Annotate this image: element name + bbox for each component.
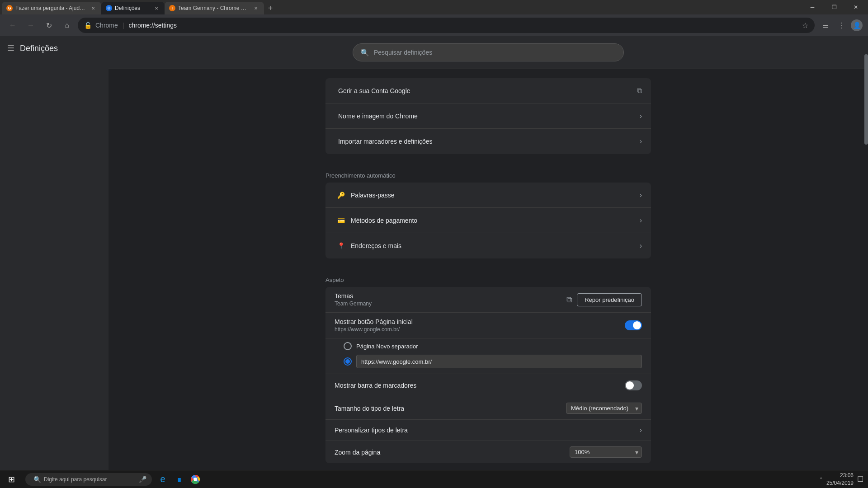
passwords-item[interactable]: 🔑 Palavras-passe › [326,183,651,208]
payment-arrow: › [640,216,642,225]
custom-url-radio-row[interactable] [344,355,642,368]
aspeto-card: Temas Team Germany ⧉ Repor predefinição [326,287,651,463]
address-bar[interactable]: 🔓 Chrome | chrome://settings ☆ [78,18,815,33]
taskbar-chrome-icon[interactable] [188,472,203,487]
tab-2-favicon: ⚙ [106,5,112,11]
homepage-toggle-label: Mostrar botão Página inicial [335,318,625,325]
microphone-icon[interactable]: 🎤 [139,476,146,483]
font-size-row[interactable]: Tamanho do tipo de letra Muito pequeno P… [326,397,651,420]
clock-date: 25/04/2019 [826,479,854,487]
font-size-select[interactable]: Muito pequeno Pequeno Médio (recomendado… [566,403,642,414]
payment-item[interactable]: 💳 Métodos de pagamento › [326,208,651,233]
custom-url-radio-circle[interactable] [344,357,352,366]
minimize-button[interactable]: ─ [802,0,823,14]
homepage-toggle-knob [633,321,641,329]
reset-theme-button[interactable]: Repor predefinição [577,293,642,306]
reload-button[interactable]: ↻ [42,18,56,33]
temas-external-icon[interactable]: ⧉ [566,295,572,305]
google-account-item[interactable]: Gerir a sua Conta Google ⧉ [326,78,651,103]
forward-button[interactable]: → [24,18,38,33]
addresses-label: Endereços e mais [351,242,640,249]
location-icon: 📍 [335,239,347,252]
import-item[interactable]: Importar marcadores e definições › [326,129,651,154]
homepage-toggle-info: Mostrar botão Página inicial https://www… [335,318,625,333]
notification-icon[interactable]: ☐ [857,475,863,483]
homepage-toggle-row: Mostrar botão Página inicial https://www… [326,313,651,338]
tab-3[interactable]: T Team Germany - Chrome Web S... ✕ [165,2,264,14]
start-button[interactable]: ⊞ [0,470,23,488]
restore-button[interactable]: ❐ [824,0,844,14]
taskbar-ie-icon[interactable]: e [156,472,170,487]
page-zoom-select-wrap: 75% 90% 100% 110% 125% 150% 175% 200% [570,446,642,458]
addresses-item[interactable]: 📍 Endereços e mais › [326,233,651,258]
chrome-name-image-arrow: › [640,112,642,120]
nav-right-icons: ⚌ ⋮ 👤 [818,18,863,33]
menu-button[interactable]: ⋮ [835,18,849,33]
homepage-radio-options: Página Novo separador [326,338,651,374]
tab-1-title: Fazer uma pergunta - Ajuda do [15,5,87,11]
nav-bar: ← → ↻ ⌂ 🔓 Chrome | chrome://settings ☆ ⚌… [0,14,868,36]
settings-page-title: Definições [20,44,58,53]
close-button[interactable]: ✕ [845,0,866,14]
chrome-name-image-item[interactable]: Nome e imagem do Chrome › [326,103,651,129]
search-bar[interactable]: 🔍 [353,43,624,61]
tab-2-close[interactable]: ✕ [153,5,160,12]
taskbar-search-text: Digite aqui para pesquisar [44,476,107,483]
menu-icon[interactable]: ☰ [7,43,14,53]
tab-1[interactable]: G Fazer uma pergunta - Ajuda do ✕ [2,2,101,14]
tab-1-close[interactable]: ✕ [90,5,97,12]
chrome-label: Chrome [95,22,118,29]
custom-fonts-arrow: › [640,426,642,434]
temas-info: Temas Team Germany [335,292,566,307]
tab-3-title: Team Germany - Chrome Web S... [178,5,250,11]
new-tab-button[interactable]: + [264,2,277,14]
addresses-arrow: › [640,242,642,250]
homepage-toggle-switch[interactable] [625,320,642,330]
extensions-button[interactable]: ⚌ [818,18,833,33]
custom-fonts-row[interactable]: Personalizar tipos de letra › [326,420,651,441]
taskbar-tray: ⌃ 23:06 25/04/2019 ☐ [819,472,868,487]
title-bar: G Fazer uma pergunta - Ajuda do ✕ ⚙ Defi… [0,0,868,14]
preenchimento-card: 🔑 Palavras-passe › 💳 Métodos de pagament… [326,183,651,258]
passwords-label: Palavras-passe [351,192,640,199]
new-tab-radio-row[interactable]: Página Novo separador [344,342,642,350]
homepage-toggle-sublabel: https://www.google.com.br/ [335,326,625,333]
scrollbar-track[interactable] [864,36,868,443]
tab-2[interactable]: ⚙ Definições ✕ [101,2,165,14]
search-icon: 🔍 [360,48,369,57]
custom-url-radio-dot [345,359,350,364]
scrollbar-thumb[interactable] [864,54,868,145]
page-zoom-label: Zoom da página [335,449,570,456]
security-icon: 🔓 [84,22,92,29]
taskbar-edge-icon[interactable]: ∎ [172,472,186,487]
search-input[interactable] [374,49,616,56]
search-bar-wrap: 🔍 [108,36,868,69]
new-tab-radio-circle[interactable] [344,342,352,350]
back-button[interactable]: ← [5,18,20,33]
temas-sublabel: Team Germany [335,300,566,307]
page-zoom-select[interactable]: 75% 90% 100% 110% 125% 150% 175% 200% [570,446,642,458]
home-button[interactable]: ⌂ [60,18,74,33]
taskbar-clock: 23:06 25/04/2019 [826,472,854,487]
external-link-icon: ⧉ [637,87,642,95]
taskbar-search-bar[interactable]: 🔍 Digite aqui para pesquisar 🎤 [25,473,152,486]
bookmarks-bar-label: Mostrar barra de marcadores [335,382,625,389]
payment-label: Métodos de pagamento [351,217,640,224]
import-arrow: › [640,137,642,145]
profile-avatar[interactable]: 👤 [851,19,863,31]
chrome-name-image-label: Nome e imagem do Chrome [338,113,640,120]
custom-url-input[interactable] [356,355,642,368]
bookmark-star-icon[interactable]: ☆ [802,21,808,30]
svg-point-2 [194,478,197,481]
tray-up-arrow[interactable]: ⌃ [819,477,823,482]
bookmarks-bar-toggle[interactable] [625,380,642,390]
settings-container: ☰ Definições 🔍 Gerir a sua Conta Google [0,36,868,470]
tab-3-close[interactable]: ✕ [252,5,259,12]
tab-2-title: Definições [115,5,150,11]
account-settings-card: Gerir a sua Conta Google ⧉ Nome e imagem… [326,78,651,154]
font-size-label: Tamanho do tipo de letra [335,405,566,412]
font-size-select-wrap: Muito pequeno Pequeno Médio (recomendado… [566,403,642,414]
tab-1-favicon: G [6,5,13,11]
page-zoom-row[interactable]: Zoom da página 75% 90% 100% 110% 125% 15… [326,441,651,463]
tab-3-favicon: T [169,5,175,11]
